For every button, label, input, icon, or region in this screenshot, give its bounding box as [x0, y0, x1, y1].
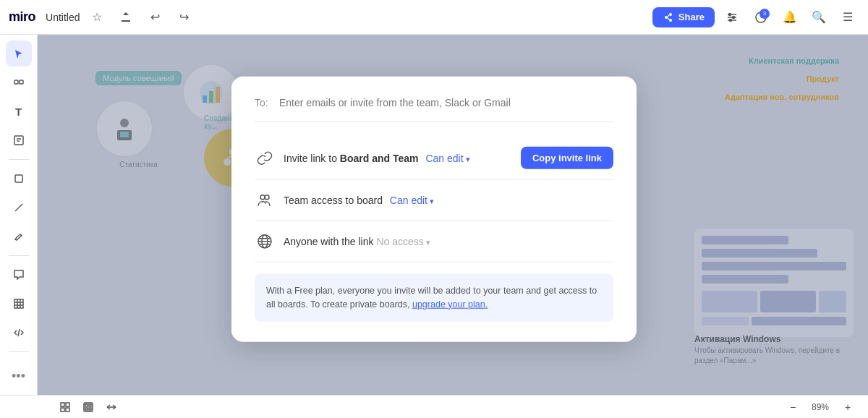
table-tool[interactable] [6, 291, 32, 317]
svg-rect-14 [14, 80, 18, 84]
fit-screen-button[interactable] [55, 397, 75, 417]
team-access-text: Team access to board Can edit [284, 195, 613, 206]
zoom-in-button[interactable]: + [839, 398, 856, 416]
share-modal: To: Invite link to Board and Team Can ed… [231, 77, 637, 342]
invite-link-text: Invite link to Board and Team Can edit [284, 152, 512, 163]
copy-invite-button[interactable]: Copy invite link [521, 147, 613, 169]
svg-rect-47 [66, 403, 69, 406]
svg-point-2 [669, 19, 672, 22]
svg-rect-46 [61, 403, 64, 406]
undo-button[interactable]: ↩ [143, 6, 166, 29]
svg-rect-16 [14, 136, 23, 145]
svg-rect-19 [15, 175, 22, 182]
anyone-link-permission[interactable]: No access [376, 236, 430, 247]
redo-button[interactable]: ↪ [172, 6, 195, 29]
svg-rect-48 [61, 408, 64, 411]
invite-link-row: Invite link to Board and Team Can edit C… [255, 137, 613, 180]
sidebar-separator-1 [9, 159, 29, 160]
email-input[interactable] [279, 97, 613, 108]
svg-line-20 [15, 204, 22, 211]
svg-rect-51 [85, 404, 88, 406]
svg-rect-15 [20, 80, 23, 84]
search-button[interactable]: 🔍 [807, 6, 830, 29]
expand-button[interactable] [101, 397, 122, 417]
info-box: With a Free plan, everyone you invite wi… [255, 274, 613, 322]
svg-point-39 [260, 195, 265, 200]
frame-tool[interactable] [6, 69, 32, 95]
svg-point-0 [665, 16, 668, 19]
svg-line-3 [668, 15, 669, 17]
comment-tool[interactable] [6, 262, 32, 288]
svg-rect-49 [66, 408, 69, 411]
miro-logo: miro [9, 9, 35, 25]
topbar: miro Untitled ☆ ↩ ↪ Share 3 🔔 🔍 ☰ [0, 0, 868, 35]
invite-link-permission[interactable]: Can edit [425, 152, 469, 163]
team-access-row: Team access to board Can edit [255, 180, 613, 221]
zoom-level: 89% [807, 402, 833, 412]
menu-button[interactable]: ☰ [836, 6, 859, 29]
svg-point-1 [669, 13, 672, 16]
text-tool[interactable]: T [6, 98, 32, 124]
draw-tool[interactable] [6, 223, 32, 249]
shape-tool[interactable] [6, 166, 32, 192]
bottombar: − 89% + [0, 395, 868, 418]
svg-rect-53 [85, 408, 88, 410]
bottombar-tools [55, 397, 122, 417]
svg-rect-21 [14, 299, 23, 308]
to-label: To: [255, 97, 272, 108]
sidebar-separator-3 [9, 351, 29, 352]
export-button[interactable] [114, 6, 137, 29]
upgrade-link[interactable]: upgrade your plan. [412, 299, 488, 310]
svg-point-10 [730, 19, 732, 21]
svg-line-4 [668, 18, 669, 20]
board-title: Untitled [46, 12, 80, 23]
select-tool[interactable] [6, 40, 32, 67]
anyone-link-row: Anyone with the link No access [255, 221, 613, 263]
sidebar-separator-2 [9, 255, 29, 256]
line-tool[interactable] [6, 195, 32, 221]
share-label: Share [678, 12, 705, 22]
svg-point-6 [729, 13, 731, 15]
team-access-permission[interactable]: Can edit [390, 195, 434, 206]
embed-tool[interactable] [6, 320, 32, 346]
bell-button[interactable]: 🔔 [778, 6, 801, 29]
notification-count: 3 [760, 9, 770, 19]
map-button[interactable] [78, 397, 98, 417]
anyone-link-text: Anyone with the link No access [284, 236, 613, 247]
sidebar: T ••• [0, 35, 38, 395]
zoom-out-button[interactable]: − [784, 398, 801, 416]
share-button[interactable]: Share [652, 7, 715, 27]
invite-link-icon [255, 148, 275, 168]
svg-line-26 [18, 329, 20, 336]
svg-rect-52 [89, 404, 91, 406]
star-button[interactable]: ☆ [85, 6, 109, 29]
controls-button[interactable] [720, 6, 744, 29]
team-access-icon [255, 190, 275, 210]
svg-rect-54 [89, 408, 91, 410]
svg-point-8 [733, 16, 735, 18]
timer-button[interactable]: 3 [749, 6, 773, 29]
anyone-link-icon [255, 231, 275, 252]
svg-point-40 [265, 195, 269, 200]
more-tools[interactable]: ••• [6, 363, 32, 389]
to-row: To: [255, 97, 613, 122]
note-tool[interactable] [6, 127, 32, 153]
